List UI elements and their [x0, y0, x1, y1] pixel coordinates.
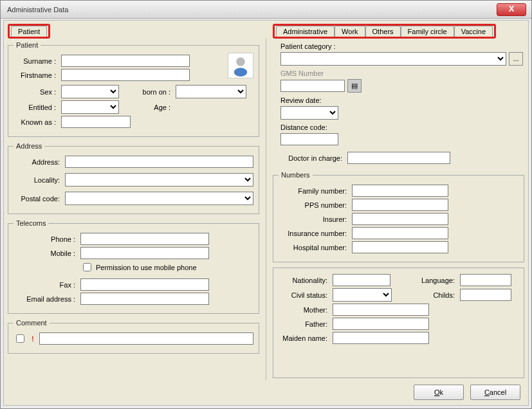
tab-patient[interactable]: Patient [11, 26, 47, 37]
group-comment: Comment ! [8, 319, 259, 354]
comment-input[interactable] [39, 332, 253, 345]
category-browse-button[interactable]: ... [509, 52, 523, 66]
category-label: Patient category : [274, 42, 338, 50]
left-tabs-highlight: Patient [8, 24, 50, 39]
insurer-input[interactable] [352, 213, 448, 225]
group-numbers: Numbers Family number: PPS number: Insur… [273, 171, 524, 262]
pps-number-input[interactable] [352, 199, 448, 211]
group-telecoms-legend: Telecoms [14, 219, 48, 227]
tab-administrative[interactable]: Administrative [276, 26, 335, 37]
insurer-label: Insurer: [279, 215, 349, 223]
svg-point-0 [236, 57, 245, 66]
svg-point-1 [234, 68, 247, 77]
right-tabs-highlight: Administrative Work Others Family circle… [273, 24, 496, 39]
distance-input[interactable] [280, 133, 338, 145]
maiden-label: Maiden name: [279, 334, 330, 342]
group-telecoms: Telecoms Phone : Mobile : Permission to … [8, 219, 259, 314]
mobile-input[interactable] [80, 247, 209, 259]
mother-input[interactable] [333, 304, 429, 316]
comment-checkbox[interactable] [16, 334, 24, 343]
tab-family-circle[interactable]: Family circle [401, 26, 454, 37]
born-select[interactable] [176, 85, 246, 98]
gms-input[interactable] [280, 80, 345, 92]
childs-label: Childs: [406, 291, 457, 299]
firstname-input[interactable] [61, 69, 190, 81]
group-address-legend: Address [14, 142, 44, 150]
body: Patient Patient Surname : Firstname : [3, 20, 529, 406]
hospital-number-label: Hospital number: [279, 244, 349, 251]
group-patient-legend: Patient [14, 41, 41, 49]
cancel-button[interactable]: Cancel [470, 385, 520, 400]
ok-button[interactable]: Ok [414, 385, 464, 400]
window: Administrative Data X Patient Patient Su… [0, 0, 532, 409]
group-personal: Nationality: Language: Civil status: Chi… [273, 268, 524, 378]
phone-label: Phone : [14, 235, 78, 243]
tab-others[interactable]: Others [365, 26, 401, 37]
entitled-label: Entitled : [14, 104, 59, 111]
nationality-input[interactable] [333, 274, 390, 286]
review-label: Review date: [274, 96, 322, 104]
sex-label: Sex : [14, 88, 59, 96]
distance-label: Distance code: [274, 123, 327, 131]
review-select[interactable] [280, 106, 338, 120]
gms-button[interactable]: ▤ [347, 79, 362, 93]
fax-input[interactable] [80, 278, 209, 291]
language-label: Language: [406, 277, 457, 284]
age-label: Age : [129, 104, 173, 111]
family-number-input[interactable] [352, 185, 448, 197]
knownas-input[interactable] [61, 116, 131, 128]
group-comment-legend: Comment [14, 319, 50, 327]
group-numbers-legend: Numbers [279, 171, 313, 179]
fax-label: Fax : [14, 281, 78, 289]
mobile-label: Mobile : [14, 250, 78, 257]
address-label: Address: [14, 158, 62, 166]
comment-warning-icon: ! [32, 335, 34, 343]
maiden-input[interactable] [333, 332, 429, 344]
permission-checkbox[interactable] [83, 263, 91, 271]
right-column: Administrative Work Others Family circle… [273, 24, 524, 381]
civil-select[interactable] [333, 288, 392, 302]
email-label: Email address : [14, 295, 78, 303]
left-column: Patient Patient Surname : Firstname : [8, 24, 259, 381]
footer-buttons: Ok Cancel [414, 385, 520, 400]
avatar-icon [228, 53, 253, 78]
window-title: Administrative Data [7, 6, 68, 14]
postal-select[interactable] [65, 192, 253, 205]
group-address: Address Address: Locality: Postal code: [8, 142, 259, 214]
father-label: Father: [279, 320, 330, 328]
locality-select[interactable] [65, 173, 253, 186]
address-input[interactable] [65, 156, 253, 168]
close-button[interactable]: X [497, 3, 526, 16]
postal-label: Postal code: [14, 195, 62, 203]
surname-input[interactable] [61, 55, 190, 67]
phone-input[interactable] [80, 233, 209, 245]
insurance-number-label: Insurance number: [279, 230, 349, 237]
tab-vaccine[interactable]: Vaccine [454, 26, 493, 37]
group-patient: Patient Surname : Firstname : [8, 41, 259, 137]
father-input[interactable] [333, 318, 429, 330]
surname-label: Surname : [14, 57, 59, 65]
doctor-input[interactable] [347, 152, 450, 164]
entitled-select[interactable] [61, 100, 119, 114]
knownas-label: Known as : [14, 118, 59, 126]
titlebar: Administrative Data X [1, 1, 531, 19]
email-input[interactable] [80, 293, 209, 305]
sex-select[interactable] [61, 85, 119, 98]
firstname-label: Firstname : [14, 71, 59, 79]
nationality-label: Nationality: [279, 277, 330, 284]
gms-label: GMS Number [274, 69, 324, 77]
category-select[interactable] [280, 52, 506, 66]
permission-label: Permission to use mobile phone [96, 264, 197, 271]
family-number-label: Family number: [279, 187, 349, 195]
mother-label: Mother: [279, 306, 330, 314]
tab-work[interactable]: Work [335, 26, 365, 37]
childs-input[interactable] [460, 289, 511, 301]
column-divider [266, 39, 266, 381]
hospital-number-input[interactable] [352, 241, 448, 253]
language-input[interactable] [460, 274, 511, 286]
locality-label: Locality: [14, 176, 62, 184]
pps-number-label: PPS number: [279, 201, 349, 209]
born-label: born on : [129, 88, 173, 96]
doctor-label: Doctor in charge: [274, 154, 345, 162]
insurance-number-input[interactable] [352, 227, 448, 239]
